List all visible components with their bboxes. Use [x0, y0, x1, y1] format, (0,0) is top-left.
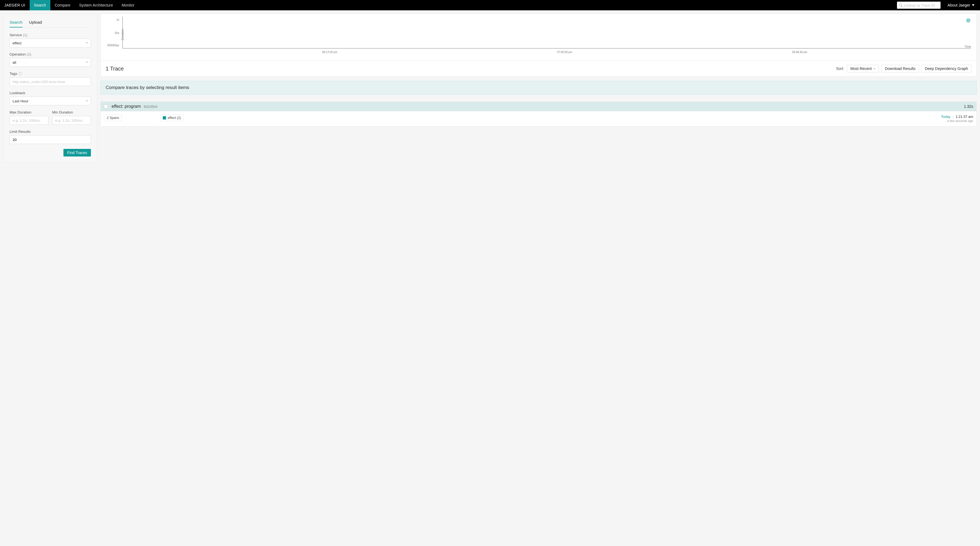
lookup-trace-input-wrap[interactable] [897, 2, 940, 9]
min-duration-label: Min Duration [52, 110, 91, 114]
about-jaeger-dropdown[interactable]: About Jaeger [946, 3, 980, 7]
nav-compare[interactable]: Compare [50, 0, 75, 10]
operation-select[interactable]: all [10, 58, 91, 67]
service-pill: effect (2) [160, 115, 184, 121]
lookup-trace-input[interactable] [904, 3, 937, 7]
x-tick: 07:00:00 pm [557, 51, 573, 54]
chevron-down-icon [972, 4, 975, 6]
results-header: 1 Trace Sort: Most Recent Download Resul… [100, 61, 977, 76]
max-duration-input[interactable] [13, 118, 41, 123]
search-sidebar: Search Upload Service (1) effect Operati… [3, 14, 97, 163]
trace-timestamp: Today | 1:21:37 am a few seconds ago [941, 115, 973, 123]
results-heading: 1 Trace [106, 65, 124, 72]
sort-dropdown[interactable]: Most Recent [847, 65, 879, 72]
max-duration-label: Max Duration [10, 110, 48, 114]
y-tick: 0μs [103, 31, 119, 34]
limit-results-input[interactable] [13, 138, 83, 142]
min-duration-input-wrap[interactable] [52, 116, 91, 125]
lookback-select[interactable]: Last Hour [10, 97, 91, 105]
compare-banner: Compare traces by selecting result items [100, 81, 977, 94]
nav-monitor[interactable]: Monitor [117, 0, 139, 10]
sort-label: Sort: [836, 67, 844, 71]
tab-upload[interactable]: Upload [29, 19, 42, 27]
top-nav: JAEGER UI Search Compare System Architec… [0, 0, 980, 10]
tags-label: Tags ? [10, 72, 91, 76]
x-tick: 09:46:40 pm [792, 51, 807, 54]
y-axis-line [123, 17, 123, 48]
limit-results-input-wrap[interactable] [10, 135, 91, 144]
scatter-point[interactable] [966, 18, 970, 22]
scatter-chart: Duration 1s 0μs 000000μs Time 06:13:20 p… [100, 14, 977, 61]
about-jaeger-label: About Jaeger [948, 3, 970, 7]
brand-title[interactable]: JAEGER UI [0, 3, 30, 7]
spans-pill: 2 Spans [104, 115, 122, 121]
limit-results-label: Limit Results [10, 130, 91, 134]
y-tick: 000000μs [103, 44, 119, 47]
results-main: Duration 1s 0μs 000000μs Time 06:13:20 p… [100, 14, 977, 127]
service-select[interactable]: effect [10, 39, 91, 47]
trace-title: effect: program 9d2d5b4 [111, 104, 158, 109]
service-color-swatch [163, 116, 166, 119]
trace-duration: 1.32s [964, 104, 973, 108]
nav-system-architecture[interactable]: System Architecture [75, 0, 118, 10]
find-traces-button[interactable]: Find Traces [64, 149, 91, 156]
deep-dependency-graph-button[interactable]: Deep Dependency Graph [921, 65, 972, 72]
tab-search[interactable]: Search [10, 19, 22, 27]
trace-head[interactable]: effect: program 9d2d5b4 1.32s [101, 102, 977, 111]
search-icon [899, 3, 902, 7]
service-label: Service (1) [10, 33, 91, 37]
trace-result-card[interactable]: effect: program 9d2d5b4 1.32s 2 Spans ef… [100, 102, 977, 127]
lookback-label: Lookback [10, 91, 91, 95]
trace-select-checkbox[interactable] [104, 105, 108, 108]
x-axis-label: Time [964, 45, 971, 48]
sidebar-tabs: Search Upload [10, 19, 91, 27]
min-duration-input[interactable] [55, 118, 83, 123]
y-tick: 1s [103, 18, 119, 21]
operation-label: Operation (2) [10, 52, 91, 56]
tags-input-wrap[interactable] [10, 77, 91, 86]
trace-id: 9d2d5b4 [144, 105, 158, 108]
x-tick: 06:13:20 pm [322, 51, 337, 54]
nav-search[interactable]: Search [30, 0, 50, 10]
download-results-button[interactable]: Download Results [881, 65, 919, 72]
tags-input[interactable] [13, 80, 83, 84]
max-duration-input-wrap[interactable] [10, 116, 48, 125]
help-icon[interactable]: ? [19, 72, 22, 75]
